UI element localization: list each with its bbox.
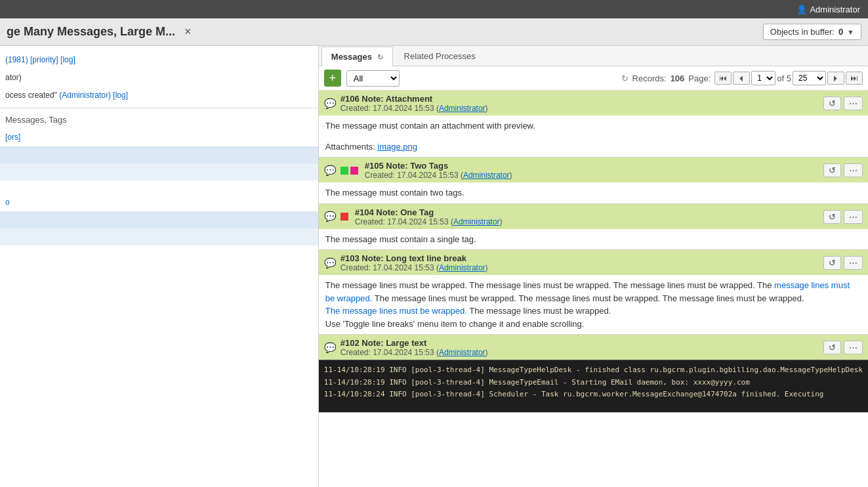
msg-103-created: Created: 17.04.2024 15:53 (Administrator…	[341, 263, 819, 272]
prev-page-btn[interactable]: ⏴	[733, 72, 750, 85]
buffer-count: 0	[838, 27, 843, 37]
buffer-label: Objects in buffer:	[770, 27, 835, 37]
msg-104-actions: ↺ ⋯	[823, 210, 863, 224]
msg-104-icon: 💬	[324, 211, 337, 222]
msg-106-attachment-link[interactable]: image.png	[377, 142, 417, 152]
msg-106-more-btn[interactable]: ⋯	[844, 96, 863, 110]
msg-104-undo-btn[interactable]: ↺	[823, 210, 841, 224]
tab-related-processes[interactable]: Related Processes	[394, 46, 486, 66]
msg-103-line1: The message lines must be wrapped. The m…	[325, 279, 861, 305]
msg-103-body: The message lines must be wrapped. The m…	[319, 275, 868, 334]
left-blue-row2	[0, 163, 318, 180]
link-bottom[interactable]: o	[5, 198, 10, 207]
msg-106-actions: ↺ ⋯	[823, 96, 863, 110]
admin-icon: 👤	[796, 5, 807, 14]
msg-103-title: #103 Note: Long text line break	[341, 253, 819, 263]
records-label: Records:	[632, 74, 667, 83]
records-count: 106	[671, 74, 685, 83]
tab-related-label: Related Processes	[404, 51, 476, 61]
msg-103-icon: 💬	[324, 257, 337, 269]
next-page-btn[interactable]: ⏵	[827, 72, 844, 85]
message-106: 💬 #106 Note: Attachment Created: 17.04.2…	[319, 91, 868, 158]
msg-102-more-btn[interactable]: ⋯	[844, 341, 863, 354]
message-104: 💬 #104 Note: One Tag Created: 17.04.2024…	[319, 204, 868, 251]
msg-106-icon: 💬	[324, 98, 337, 110]
spacer1	[0, 180, 318, 194]
msg-106-header: 💬 #106 Note: Attachment Created: 17.04.2…	[319, 91, 868, 116]
msg-102-admin-link[interactable]: Administrator	[439, 348, 486, 357]
msg-105-body: The message must contain two tags.	[319, 182, 868, 203]
page-select[interactable]: 1	[751, 71, 775, 85]
link-priority[interactable]: [priority]	[30, 55, 58, 64]
records-refresh-icon[interactable]: ↻	[621, 74, 629, 83]
log-line-2: 11-14/10:28:19 INFO [pool-3-thread-4] Me…	[324, 377, 863, 389]
msg-105-created: Created: 17.04.2024 15:53 (Administrator…	[365, 171, 819, 180]
msg-103-more-btn[interactable]: ⋯	[844, 256, 863, 270]
left-row-links: (1981) [priority] [log]	[0, 51, 318, 69]
msg-103-actions: ↺ ⋯	[823, 256, 863, 270]
message-103: 💬 #103 Note: Long text line break Create…	[319, 250, 868, 335]
left-panel: (1981) [priority] [log] ator) ocess crea…	[0, 46, 319, 487]
left-row-link-bottom: o	[0, 194, 318, 211]
main-layout: (1981) [priority] [log] ator) ocess crea…	[0, 46, 868, 487]
last-page-btn[interactable]: ⏭	[846, 72, 863, 85]
msg-106-undo-btn[interactable]: ↺	[823, 96, 841, 110]
msg-103-undo-btn[interactable]: ↺	[823, 256, 841, 270]
tag-red	[341, 213, 348, 221]
message-105: 💬 #105 Note: Two Tags Created: 17.04.202…	[319, 158, 868, 204]
add-button[interactable]: +	[324, 70, 341, 87]
msg-102-created: Created: 17.04.2024 15:53 (Administrator…	[341, 348, 819, 357]
messages-list: 💬 #106 Note: Attachment Created: 17.04.2…	[319, 91, 868, 487]
section-messages-tags: Messages, Tags	[0, 111, 318, 129]
link-log2[interactable]: [log]	[113, 91, 128, 100]
log-line-3: 11-14/10:28:24 INFO [pool-3-thread-4] Sc…	[324, 389, 863, 401]
link-ors[interactable]: [ors]	[5, 133, 20, 142]
msg-106-admin-link[interactable]: Administrator	[439, 104, 486, 113]
divider1	[0, 108, 318, 108]
close-button[interactable]: ×	[184, 25, 192, 39]
records-info: ↻ Records: 106 Page: ⏮ ⏴ 1 of 5 10 25 50…	[621, 71, 863, 85]
page-of: of 5	[777, 74, 791, 83]
link-log[interactable]: [log]	[60, 55, 75, 64]
msg-106-title: #106 Note: Attachment	[341, 94, 819, 104]
msg-102-actions: ↺ ⋯	[823, 341, 863, 354]
msg-103-line3: Use 'Toggle line breaks' menu item to ch…	[325, 318, 861, 331]
toolbar-row: + All Unread Flagged ↻ Records: 106 Page…	[319, 66, 868, 91]
per-page-select[interactable]: 10 25 50 100	[793, 71, 826, 85]
tag-magenta	[350, 167, 358, 175]
msg-102-title: #102 Note: Large text	[341, 338, 819, 348]
link-1981[interactable]: (1981)	[5, 55, 28, 64]
msg-102-undo-btn[interactable]: ↺	[823, 341, 841, 354]
left-row-ator: ator)	[0, 69, 318, 87]
top-bar: 👤 Administrator	[0, 0, 868, 18]
msg-105-header: 💬 #105 Note: Two Tags Created: 17.04.202…	[319, 158, 868, 182]
tag-green	[341, 167, 348, 175]
page-title: ge Many Messages, Large M...	[7, 25, 175, 39]
left-blue-row4	[0, 228, 318, 245]
msg-103-admin-link[interactable]: Administrator	[439, 263, 486, 272]
msg-105-undo-btn[interactable]: ↺	[823, 163, 841, 177]
msg-102-icon: 💬	[324, 342, 337, 354]
left-row-process-created: ocess created" (Administrator) [log]	[0, 87, 318, 104]
msg-105-icon: 💬	[324, 165, 337, 177]
tab-messages[interactable]: Messages ↻	[321, 47, 393, 66]
left-row-ors: [ors]	[0, 129, 318, 146]
msg-105-title: #105 Note: Two Tags	[365, 161, 819, 171]
link-administrator[interactable]: (Administrator)	[59, 91, 111, 100]
msg-105-actions: ↺ ⋯	[823, 163, 863, 177]
tabs-bar: Messages ↻ Related Processes	[319, 46, 868, 66]
msg-106-created: Created: 17.04.2024 15:53 (Administrator…	[341, 104, 819, 113]
left-blue-row3	[0, 211, 318, 228]
first-page-btn[interactable]: ⏮	[714, 72, 732, 85]
filter-select[interactable]: All Unread Flagged	[346, 70, 400, 87]
refresh-icon[interactable]: ↻	[377, 53, 383, 61]
msg-105-admin-link[interactable]: Administrator	[463, 171, 510, 180]
msg-104-admin-link[interactable]: Administrator	[453, 217, 500, 226]
msg-104-header: 💬 #104 Note: One Tag Created: 17.04.2024…	[319, 204, 868, 229]
message-102: 💬 #102 Note: Large text Created: 17.04.2…	[319, 335, 868, 413]
msg-103-header: 💬 #103 Note: Long text line break Create…	[319, 250, 868, 275]
objects-buffer-btn[interactable]: Objects in buffer: 0 ▼	[763, 24, 861, 40]
msg-106-attachment: Attachments: image.png	[319, 137, 868, 158]
msg-104-more-btn[interactable]: ⋯	[844, 210, 863, 224]
msg-105-more-btn[interactable]: ⋯	[844, 163, 863, 177]
